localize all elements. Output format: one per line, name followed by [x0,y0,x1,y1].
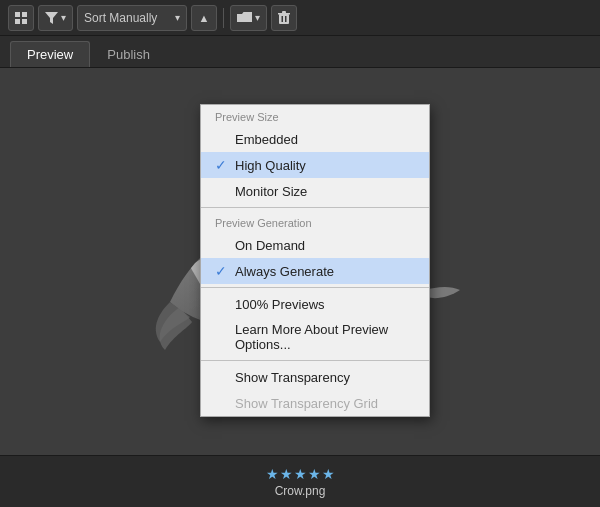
menu-item-learn-more[interactable]: Learn More About Preview Options... [201,317,429,357]
sort-label: Sort Manually [84,11,157,25]
svg-marker-4 [45,12,58,24]
svg-rect-8 [282,16,284,22]
bottom-strip: ★ ★ ★ ★ ★ Crow.png [0,455,600,507]
svg-rect-1 [22,12,27,17]
toolbar: ▾ Sort Manually ▾ ▲ ▾ [0,0,600,36]
menu-item-show-transparency-label: Show Transparency [235,370,415,385]
menu-item-embedded[interactable]: Embedded [201,126,429,152]
menu-divider-1 [201,207,429,208]
svg-rect-9 [285,16,287,22]
menu-item-on-demand[interactable]: On Demand [201,232,429,258]
star-3: ★ [294,466,307,482]
star-5: ★ [322,466,335,482]
preview-generation-header: Preview Generation [201,211,429,232]
star-2: ★ [280,466,293,482]
menu-item-show-transparency-grid-label: Show Transparency Grid [235,396,415,411]
filter-dropdown-btn[interactable]: ▾ [38,5,73,31]
menu-item-monitor-size-label: Monitor Size [235,184,415,199]
menu-item-show-transparency[interactable]: Show Transparency [201,364,429,390]
menu-item-high-quality-label: High Quality [235,158,415,173]
menu-item-always-generate[interactable]: ✓ Always Generate [201,258,429,284]
svg-rect-2 [15,19,20,24]
menu-item-100-previews[interactable]: 100% Previews [201,291,429,317]
menu-item-always-generate-label: Always Generate [235,264,415,279]
tabs-bar: Preview Publish [0,36,600,68]
preview-dropdown-menu: Preview Size Embedded ✓ High Quality Mon… [200,104,430,417]
separator-1 [223,8,224,28]
main-content: Preview Size Embedded ✓ High Quality Mon… [0,68,600,455]
star-1: ★ [266,466,279,482]
svg-rect-7 [282,11,286,14]
menu-divider-3 [201,360,429,361]
trash-icon-btn[interactable] [271,5,297,31]
star-4: ★ [308,466,321,482]
file-name-label: Crow.png [275,484,326,498]
folder-dropdown-btn[interactable]: ▾ [230,5,267,31]
menu-divider-2 [201,287,429,288]
menu-item-learn-more-label: Learn More About Preview Options... [235,322,415,352]
folder-chevron: ▾ [255,12,260,23]
svg-rect-5 [279,14,289,24]
check-icon-always-generate: ✓ [215,263,235,279]
menu-item-high-quality[interactable]: ✓ High Quality [201,152,429,178]
grid-view-icon[interactable] [8,5,34,31]
preview-size-header: Preview Size [201,105,429,126]
sort-chevron: ▾ [175,12,180,23]
filter-chevron: ▾ [61,12,66,23]
menu-item-monitor-size[interactable]: Monitor Size [201,178,429,204]
menu-item-100-previews-label: 100% Previews [235,297,415,312]
menu-item-on-demand-label: On Demand [235,238,415,253]
tab-publish[interactable]: Publish [90,41,167,67]
check-icon-high-quality: ✓ [215,157,235,173]
menu-item-embedded-label: Embedded [235,132,415,147]
menu-item-show-transparency-grid[interactable]: Show Transparency Grid [201,390,429,416]
sort-dropdown-btn[interactable]: Sort Manually ▾ [77,5,187,31]
svg-rect-3 [22,19,27,24]
sort-up-icon: ▲ [199,12,210,24]
svg-rect-0 [15,12,20,17]
sort-direction-btn[interactable]: ▲ [191,5,217,31]
tab-preview[interactable]: Preview [10,41,90,67]
star-rating[interactable]: ★ ★ ★ ★ ★ [266,466,335,482]
